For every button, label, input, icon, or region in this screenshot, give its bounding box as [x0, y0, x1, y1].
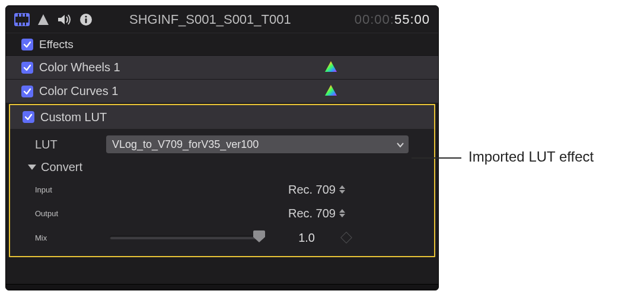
effects-section-label: Effects — [39, 38, 74, 51]
mix-label: Mix — [35, 233, 100, 242]
effect-label: Color Curves 1 — [39, 84, 118, 98]
effects-master-checkbox[interactable] — [21, 39, 33, 50]
popup-arrows-icon — [339, 185, 345, 194]
color-tab-icon[interactable] — [36, 12, 51, 27]
panel-divider — [6, 284, 438, 290]
svg-rect-13 — [85, 18, 87, 23]
chevron-down-icon — [397, 138, 404, 151]
audio-tab-icon[interactable] — [57, 12, 72, 27]
inspector-header: SHGINF_S001_S001_T001 00:00:55:00 — [6, 6, 438, 33]
slider-thumb[interactable] — [253, 230, 265, 242]
input-param-row: Input Rec. 709 — [10, 178, 434, 201]
lut-select[interactable]: VLog_to_V709_forV35_ver100 — [106, 135, 409, 153]
input-value: Rec. 709 — [288, 183, 336, 197]
convert-group-header[interactable]: Convert — [10, 156, 434, 178]
timecode: 00:00:55:00 — [355, 12, 430, 27]
input-label: Input — [35, 185, 112, 194]
convert-label: Convert — [41, 160, 82, 174]
lut-param-row: LUT VLog_to_V709_forV35_ver100 — [10, 132, 434, 156]
info-tab-icon[interactable] — [78, 12, 94, 27]
effects-section-header[interactable]: Effects — [6, 33, 438, 56]
effect-label: Custom LUT — [40, 110, 107, 124]
mix-value[interactable]: 1.0 — [273, 231, 315, 245]
color-triangle-icon[interactable] — [324, 84, 337, 98]
video-tab-icon[interactable] — [14, 12, 30, 27]
mix-param-row: Mix 1.0 — [10, 225, 434, 250]
svg-marker-9 — [38, 14, 49, 25]
effect-row-custom-lut[interactable]: Custom LUT — [10, 105, 434, 129]
popup-arrows-icon — [339, 209, 345, 217]
inspector-panel: SHGINF_S001_S001_T001 00:00:55:00 Effect… — [5, 5, 439, 290]
custom-lut-effect: Custom LUT LUT VLog_to_V709_forV35_ver10… — [9, 104, 435, 257]
effect-checkbox[interactable] — [21, 86, 33, 97]
effect-row-color-curves[interactable]: Color Curves 1 — [6, 80, 438, 103]
effect-row-color-wheels[interactable]: Color Wheels 1 — [6, 56, 438, 80]
input-popup[interactable]: Rec. 709 — [288, 183, 345, 197]
effect-checkbox[interactable] — [23, 111, 34, 123]
svg-marker-14 — [325, 61, 337, 72]
clip-title: SHGINF_S001_S001_T001 — [129, 12, 291, 27]
output-param-row: Output Rec. 709 — [10, 201, 434, 225]
callout-label: Imported LUT effect — [468, 148, 594, 165]
lut-select-value: VLog_to_V709_forV35_ver100 — [112, 138, 259, 151]
disclosure-triangle-icon[interactable] — [28, 165, 36, 170]
callout-leader-line — [412, 157, 461, 159]
svg-marker-10 — [58, 15, 65, 24]
svg-marker-15 — [325, 85, 337, 96]
lut-param-label: LUT — [35, 138, 100, 151]
effect-checkbox[interactable] — [21, 62, 33, 74]
color-triangle-icon[interactable] — [324, 61, 337, 74]
effect-label: Color Wheels 1 — [39, 61, 120, 74]
output-label: Output — [35, 209, 112, 218]
svg-point-12 — [85, 15, 87, 17]
keyframe-icon[interactable] — [340, 232, 352, 244]
output-value: Rec. 709 — [288, 207, 336, 220]
mix-slider[interactable] — [110, 236, 264, 239]
output-popup[interactable]: Rec. 709 — [288, 207, 345, 220]
